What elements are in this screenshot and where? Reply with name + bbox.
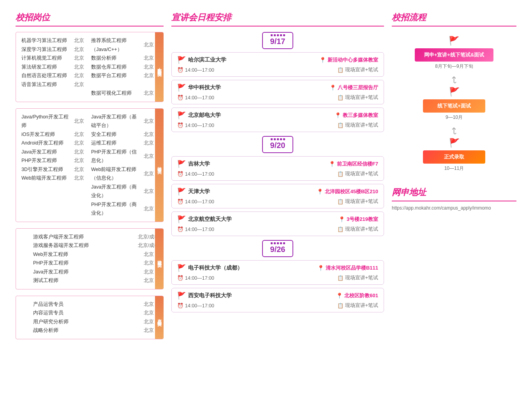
jobs-left-tech: Java/Python开发工程师 北京 iOS开发工程师 北京 Android开… xyxy=(21,113,90,218)
mid-column: 宣讲会日程安排 9/17 🚩 哈尔滨工业大学 📍 xyxy=(171,12,384,346)
job-item: 深度学习算法工程师 北京 xyxy=(21,45,90,54)
pin-icon: 📍 xyxy=(338,216,345,222)
flag-icon: 🚩 xyxy=(177,83,186,92)
job-item: Java开发工程师（商业化） 北京 xyxy=(91,183,159,200)
job-item: 运维工程师 北京 xyxy=(91,139,159,148)
apply-url: https://app.mokahr.com/campus_apply/immo… xyxy=(392,205,516,211)
school-card-bjyoudian: 🚩 北京邮电大学 📍 教三多媒体教室 ⏰ 14:00—17:00 📋 现场宣讲+… xyxy=(171,108,384,132)
process-date-step2: 9—10月 xyxy=(446,114,463,121)
job-item: 安全工程师 北京 xyxy=(91,130,159,139)
date-section-926: 9/26 🚩 电子科技大学（成都） 📍 清水河校区品学楼B111 ⏰ 14:00… xyxy=(171,240,384,312)
doc-icon: 📋 xyxy=(337,226,344,232)
flag-icon-step3: 🚩 xyxy=(449,138,460,148)
job-item: Android开发工程师 北京 xyxy=(21,139,90,148)
job-item: PHP开发工程师 北京 xyxy=(33,259,159,268)
process-step-1: 🚩 网申+宣讲+线下笔试&面试 8月下旬—9月下旬 xyxy=(415,36,494,70)
school-card-huazhong: 🚩 华中科技大学 📍 八号楼三层报告厅 ⏰ 14:00—17:00 📋 现场宣讲… xyxy=(171,80,384,104)
jobs-title: 校招岗位 xyxy=(16,12,164,26)
pin-icon: 📍 xyxy=(317,189,323,195)
process-date-step3: 10—11月 xyxy=(444,165,464,172)
jobs-product: 产品运营专员 北京 内容运营专员 北京 用户研究分析师 北京 战略分析师 北京 xyxy=(21,300,159,335)
category-game: 游戏客户端开发工程师 北京/成都 游戏服务器端开发工程师 北京/成都 Web开发… xyxy=(16,228,164,289)
job-item: 数据平台工程师 北京 xyxy=(91,71,159,80)
job-item: Java开发工程师 北京 xyxy=(33,268,159,277)
flag-icon: 🚩 xyxy=(177,215,186,224)
pin-icon: 📍 xyxy=(319,57,326,63)
job-item: 数据可视化工程师 北京 xyxy=(91,89,159,98)
process-container: 🚩 网申+宣讲+线下笔试&面试 8月下旬—9月下旬 ↩ 🚩 线下笔试+面试 9—… xyxy=(392,32,516,179)
date-section-917: 9/17 🚩 哈尔滨工业大学 📍 新活动中心多媒体教室 ⏰ 14:00—17:0… xyxy=(171,32,384,132)
job-item: PHP开发工程师 北京 xyxy=(21,156,90,165)
job-item: PHP开发工程师（商业化） 北京 xyxy=(91,200,159,218)
jobs-game: 游戏客户端开发工程师 北京/成都 游戏服务器端开发工程师 北京/成都 Web开发… xyxy=(21,233,159,285)
job-item: 产品运营专员 北京 xyxy=(33,300,159,309)
job-item xyxy=(91,80,159,89)
arrow-icon-2: ↩ xyxy=(449,127,460,135)
clock-icon: ⏰ xyxy=(177,67,183,73)
job-item: Web开发工程师 北京 xyxy=(33,250,159,259)
process-box-step2: 线下笔试+面试 xyxy=(423,99,485,113)
jobs-right-bigdata: 推荐系统工程师（Java/C++） 北京 数据分析师 北京 数据仓库工程师 北京… xyxy=(91,36,159,98)
clock-icon: ⏰ xyxy=(177,199,183,205)
clock-icon: ⏰ xyxy=(177,95,183,101)
school-card-uestc: 🚩 电子科技大学（成都） 📍 清水河校区品学楼B111 ⏰ 14:00—17:0… xyxy=(171,260,384,285)
job-item: Web前端开发工程师（信息化） 北京 xyxy=(91,165,159,183)
flag-icon: 🚩 xyxy=(177,56,186,64)
clock-icon: ⏰ xyxy=(177,303,183,309)
job-item: 游戏客户端开发工程师 北京/成都 xyxy=(33,233,159,242)
flag-icon: 🚩 xyxy=(177,264,186,272)
school-card-harbin: 🚩 哈尔滨工业大学 📍 新活动中心多媒体教室 ⏰ 14:00—17:00 📋 现… xyxy=(171,52,384,77)
clock-icon: ⏰ xyxy=(177,171,183,177)
doc-icon: 📋 xyxy=(337,67,344,73)
category-label-bigdata: 大数据及算法类 xyxy=(155,32,164,102)
right-column: 校招流程 🚩 网申+宣讲+线下笔试&面试 8月下旬—9月下旬 ↩ 🚩 线下笔试+… xyxy=(392,12,516,346)
doc-icon: 📋 xyxy=(337,171,344,177)
flag-icon-step1: 🚩 xyxy=(449,36,459,46)
flag-icon-step2: 🚩 xyxy=(449,87,460,97)
category-label-tech: 技术研发类 xyxy=(155,109,164,222)
clock-icon: ⏰ xyxy=(177,122,183,128)
clock-icon: ⏰ xyxy=(177,275,183,281)
apply-title: 网申地址 xyxy=(392,187,516,201)
job-item: 测试工程师 北京 xyxy=(33,276,159,285)
category-product: 产品运营专员 北京 内容运营专员 北京 用户研究分析师 北京 战略分析师 北京 … xyxy=(16,296,164,339)
pin-icon: 📍 xyxy=(329,85,336,91)
job-item: Web前端开发工程师 北京 xyxy=(21,174,90,183)
process-title: 校招流程 xyxy=(392,12,516,26)
job-item: 机器学习算法工程师 北京 xyxy=(21,36,90,45)
doc-icon: 📋 xyxy=(337,199,344,205)
doc-icon: 📋 xyxy=(337,275,344,281)
flag-icon: 🚩 xyxy=(177,291,186,300)
jobs-right-tech: Java开发工程师（基础平台） 北京 安全工程师 北京 运维工程师 北京 PHP… xyxy=(91,113,159,218)
job-item: 数据仓库工程师 北京 xyxy=(91,63,159,72)
process-date-step1: 8月下旬—9月下旬 xyxy=(435,63,473,70)
date-section-920: 9/20 🚩 吉林大学 📍 前卫南区经信楼F7 ⏰ 14:00—17:00 xyxy=(171,136,384,236)
job-item: 算法研发工程师 北京 xyxy=(21,63,90,72)
job-item: 计算机视觉工程师 北京 xyxy=(21,54,90,63)
category-tech: Java/Python开发工程师 北京 iOS开发工程师 北京 Android开… xyxy=(16,108,164,222)
school-card-xidian: 🚩 西安电子科技大学 📍 北校区阶教601 ⏰ 14:00—17:00 📋 现场… xyxy=(171,288,384,312)
school-card-jilin: 🚩 吉林大学 📍 前卫南区经信楼F7 ⏰ 14:00—17:00 📋 现场宣讲+… xyxy=(171,156,384,181)
schedule-title: 宣讲会日程安排 xyxy=(171,12,384,26)
process-box-step1: 网申+宣讲+线下笔试&面试 xyxy=(415,48,494,62)
flag-icon: 🚩 xyxy=(177,160,186,168)
process-box-step3: 正式录取 xyxy=(423,150,485,164)
pin-icon: 📍 xyxy=(329,161,335,167)
clock-icon: ⏰ xyxy=(177,226,183,232)
job-item: Java/Python开发工程师 北京 xyxy=(21,113,90,130)
pin-icon: 📍 xyxy=(335,112,341,118)
left-column: 校招岗位 机器学习算法工程师 北京 深度学习算法工程师 北京 计算机视觉工程师 … xyxy=(16,12,164,346)
date-badge-920: 9/20 xyxy=(262,136,293,153)
job-item: Java开发工程师（基础平台） 北京 xyxy=(91,113,159,130)
job-item: Java开发工程师 北京 xyxy=(21,148,90,157)
job-item: 战略分析师 北京 xyxy=(33,326,159,335)
job-item: PHP开发工程师（信息化） 北京 xyxy=(91,148,159,165)
arrow-icon-1: ↩ xyxy=(449,76,460,84)
date-badge-917: 9/17 xyxy=(262,32,293,49)
job-item: 语音算法工程师 北京 xyxy=(21,80,90,89)
pin-icon: 📍 xyxy=(336,293,343,299)
job-item: 3D引擎开发工程师 北京 xyxy=(21,165,90,174)
job-item: 用户研究分析师 北京 xyxy=(33,317,159,326)
job-item: 游戏服务器端开发工程师 北京/成都 xyxy=(33,241,159,250)
job-item: 数据分析师 北京 xyxy=(91,54,159,63)
